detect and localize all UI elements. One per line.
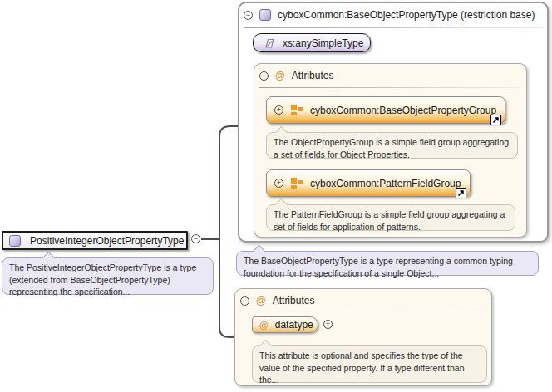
group-annotation-note: The ObjectPropertyGroup is a simple fiel… <box>266 132 518 159</box>
expand-icon: + <box>277 179 281 187</box>
attribute-group-icon <box>291 105 303 115</box>
own-attributes-panel: − @ Attributes @ datatype + This attribu… <box>234 288 492 386</box>
schema-diagram: PositiveIntegerObjectPropertyType − The … <box>0 0 552 392</box>
group-box-base-object-property-group[interactable]: + cyboxCommon:BaseObjectPropertyGroup <box>266 96 505 124</box>
expand-icon: + <box>277 106 281 114</box>
attribute-name: datatype <box>275 319 313 331</box>
collapse-icon: − <box>246 12 250 19</box>
group-name: cyboxCommon:BaseObjectPropertyGroup <box>310 105 496 116</box>
header-separator <box>259 87 521 88</box>
element-title: PositiveIntegerObjectPropertyType <box>30 235 184 247</box>
element-annotation-text: The PositiveIntegerObjectPropertyType is… <box>9 262 196 296</box>
expand-toggle[interactable]: + <box>274 179 283 188</box>
base-type-annotation-note: The BaseObjectPropertyType is a type rep… <box>236 251 539 276</box>
simple-type-icon <box>264 37 275 49</box>
complex-type-icon <box>9 235 21 247</box>
collapse-toggle-base-type[interactable]: − <box>244 11 253 20</box>
element-box-positive-integer-object-property-type[interactable]: PositiveIntegerObjectPropertyType <box>2 231 188 250</box>
base-type-annotation-text: The BaseObjectPropertyType is a type rep… <box>244 256 513 278</box>
header-separator <box>240 311 486 311</box>
attributes-heading: Attributes <box>273 295 315 306</box>
element-annotation-note: The PositiveIntegerObjectPropertyType is… <box>2 257 214 295</box>
simple-type-box[interactable]: xs:anySimpleType <box>253 33 371 52</box>
group-annotation-note: The PatternFieldGroup is a simple field … <box>266 204 515 231</box>
expand-toggle-datatype[interactable]: + <box>323 320 333 329</box>
collapse-icon: − <box>243 297 247 305</box>
attribute-annotation-text: This attribute is optional and specifies… <box>259 350 465 385</box>
base-type-container[interactable]: − cyboxCommon:BaseObjectPropertyType (re… <box>238 2 549 243</box>
simple-type-label: xs:anySimpleType <box>283 37 363 49</box>
attribute-at-icon: @ <box>275 71 285 81</box>
go-to-definition-icon[interactable] <box>490 115 501 125</box>
attributes-heading: Attributes <box>292 70 334 81</box>
collapse-toggle-attributes[interactable]: − <box>259 71 269 81</box>
attribute-at-icon: @ <box>256 296 266 306</box>
base-type-attributes-panel: − @ Attributes + cyboxCommon:BaseObjectP… <box>254 63 527 238</box>
expand-icon: + <box>326 321 330 328</box>
collapse-toggle-attributes[interactable]: − <box>240 296 249 306</box>
header-separator <box>244 27 544 28</box>
collapse-icon: − <box>194 235 198 243</box>
base-type-title: cyboxCommon:BaseObjectPropertyType (rest… <box>278 9 535 21</box>
group-box-pattern-field-group[interactable]: + cyboxCommon:PatternFieldGroup <box>266 169 471 197</box>
collapse-toggle-element[interactable]: − <box>191 234 200 243</box>
complex-type-icon <box>259 9 271 21</box>
expand-toggle[interactable]: + <box>274 105 283 115</box>
collapse-icon: − <box>262 72 266 80</box>
attribute-box-datatype[interactable]: @ datatype <box>252 316 318 333</box>
attribute-at-icon: @ <box>259 321 269 330</box>
attribute-group-icon <box>291 178 303 189</box>
group-annotation-text: The PatternFieldGroup is a simple field … <box>274 209 505 232</box>
group-annotation-text: The ObjectPropertyGroup is a simple fiel… <box>274 137 509 159</box>
group-name: cyboxCommon:PatternFieldGroup <box>310 178 461 189</box>
attribute-annotation-note: This attribute is optional and specifies… <box>252 345 487 383</box>
go-to-definition-icon[interactable] <box>456 188 466 198</box>
